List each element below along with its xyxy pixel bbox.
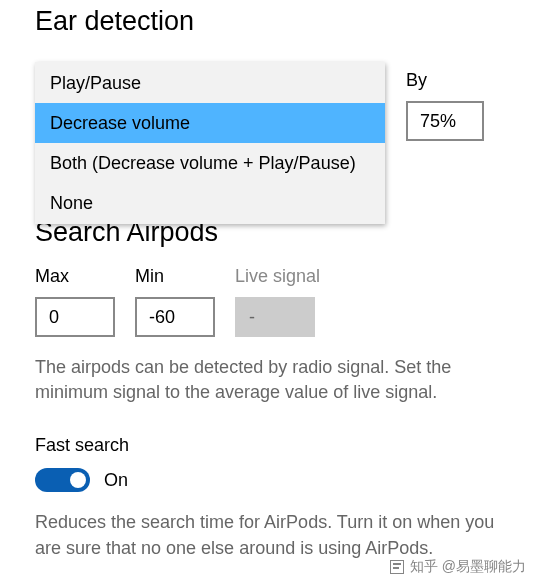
fast-search-description: Reduces the search time for AirPods. Tur… [35, 510, 501, 560]
search-description: The airpods can be detected by radio sig… [35, 355, 501, 405]
by-label: By [406, 70, 484, 91]
by-field: By 75% [406, 70, 484, 141]
watermark: 知乎 @易墨聊能力 [390, 558, 526, 576]
fast-search-label: Fast search [35, 435, 501, 456]
min-field: Min -60 [135, 266, 215, 337]
max-label: Max [35, 266, 115, 287]
min-label: Min [135, 266, 215, 287]
dropdown-item[interactable]: Decrease volume [35, 103, 385, 143]
dropdown-item[interactable]: Play/Pause [35, 63, 385, 103]
ear-detection-heading: Ear detection [35, 6, 501, 37]
live-signal-field: Live signal - [235, 266, 320, 337]
zhihu-icon [390, 560, 404, 574]
live-signal-value: - [235, 297, 315, 337]
fast-search-toggle[interactable] [35, 468, 90, 492]
dropdown-item[interactable]: None [35, 183, 385, 223]
ear-detection-dropdown[interactable]: Play/PauseDecrease volumeBoth (Decrease … [35, 62, 385, 224]
watermark-text: 知乎 @易墨聊能力 [410, 558, 526, 576]
max-field: Max 0 [35, 266, 115, 337]
by-input[interactable]: 75% [406, 101, 484, 141]
max-input[interactable]: 0 [35, 297, 115, 337]
fast-search-state: On [104, 470, 128, 491]
min-input[interactable]: -60 [135, 297, 215, 337]
live-signal-label: Live signal [235, 266, 320, 287]
dropdown-item[interactable]: Both (Decrease volume + Play/Pause) [35, 143, 385, 183]
